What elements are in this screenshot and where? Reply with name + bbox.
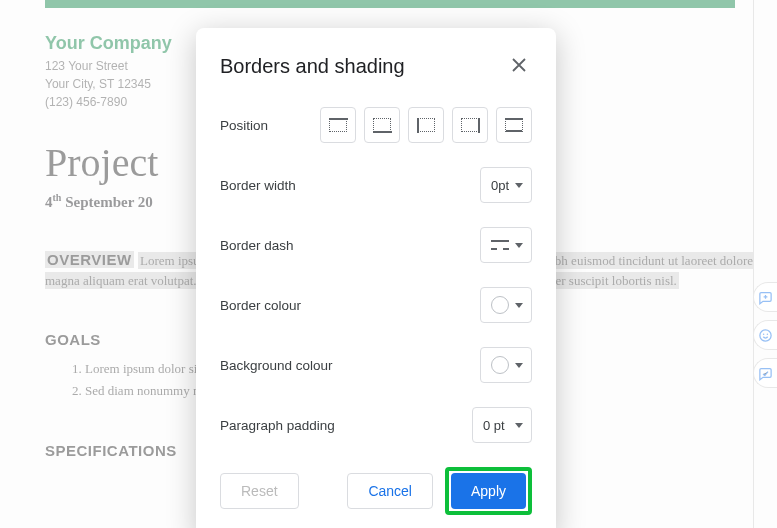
border-width-label: Border width xyxy=(220,178,296,193)
paragraph-padding-dropdown[interactable]: 0 pt xyxy=(472,407,532,443)
position-between-button[interactable] xyxy=(496,107,532,143)
position-label: Position xyxy=(220,118,268,133)
chevron-down-icon xyxy=(515,423,523,428)
border-dash-label: Border dash xyxy=(220,238,294,253)
border-top-icon xyxy=(329,118,347,132)
colour-swatch-icon xyxy=(491,356,509,374)
chevron-down-icon xyxy=(515,303,523,308)
border-left-icon xyxy=(417,118,435,132)
border-dash-dropdown[interactable] xyxy=(480,227,532,263)
close-button[interactable] xyxy=(506,52,532,81)
border-between-icon xyxy=(505,118,523,132)
border-bottom-icon xyxy=(373,118,391,132)
position-left-button[interactable] xyxy=(408,107,444,143)
paragraph-padding-label: Paragraph padding xyxy=(220,418,335,433)
reset-button[interactable]: Reset xyxy=(220,473,299,509)
background-colour-dropdown[interactable] xyxy=(480,347,532,383)
dialog-title: Borders and shading xyxy=(220,55,405,78)
apply-button[interactable]: Apply xyxy=(451,473,526,509)
chevron-down-icon xyxy=(515,243,523,248)
colour-swatch-icon xyxy=(491,296,509,314)
border-width-value: 0pt xyxy=(491,178,509,193)
background-colour-label: Background colour xyxy=(220,358,333,373)
border-width-dropdown[interactable]: 0pt xyxy=(480,167,532,203)
position-bottom-button[interactable] xyxy=(364,107,400,143)
chevron-down-icon xyxy=(515,363,523,368)
position-right-button[interactable] xyxy=(452,107,488,143)
border-colour-dropdown[interactable] xyxy=(480,287,532,323)
border-colour-label: Border colour xyxy=(220,298,301,313)
borders-shading-dialog: Borders and shading Position Border widt… xyxy=(196,28,556,528)
paragraph-padding-value: 0 pt xyxy=(483,418,505,433)
cancel-button[interactable]: Cancel xyxy=(347,473,433,509)
border-right-icon xyxy=(461,118,479,132)
dash-sample-icon xyxy=(491,240,509,250)
close-icon xyxy=(512,58,526,72)
apply-highlight: Apply xyxy=(445,467,532,515)
position-top-button[interactable] xyxy=(320,107,356,143)
position-buttons xyxy=(320,107,532,143)
chevron-down-icon xyxy=(515,183,523,188)
